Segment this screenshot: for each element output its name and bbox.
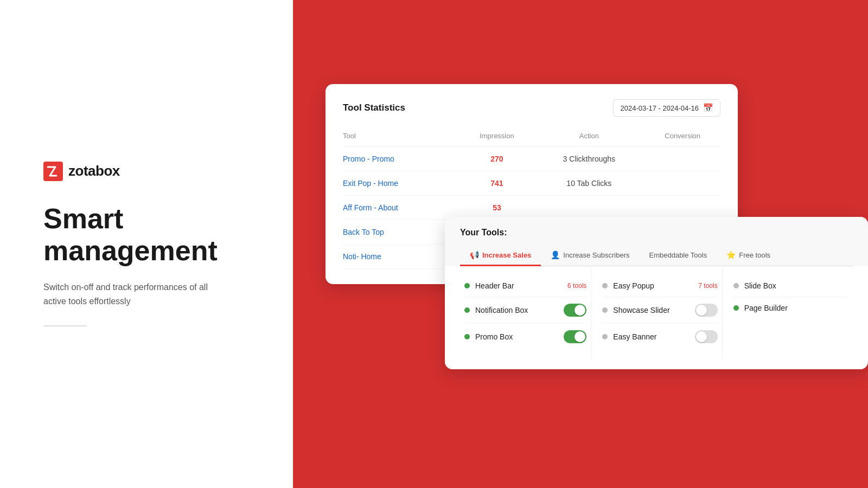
showcase-slider-toggle[interactable] [695,304,718,317]
tool-name: Showcase Slider [613,306,669,314]
tool-row-easy-banner: Easy Banner [602,324,717,350]
logo-area: zotabox [43,162,250,181]
impression-value: 270 [460,147,533,171]
date-range-selector[interactable]: 2024-03-17 - 2024-04-16 📅 [613,99,720,117]
tab-label: Embeddable Tools [649,251,707,259]
tools-card-header: Your Tools: 📢 Increase Sales 👤 Increase … [445,217,868,266]
tool-row-easy-popup: Easy Popup 7 tools [602,275,717,297]
tool-row-page-builder: Page Builder [733,297,848,319]
impression-value: 741 [460,171,533,196]
col-action: Action [533,127,644,147]
tool-name: Easy Popup [613,281,654,290]
user-icon: 👤 [551,251,560,259]
tool-row-promo-box: Promo Box [464,324,586,350]
divider [43,325,87,326]
tool-name: Promo Box [475,332,513,341]
logo-text: zotabox [68,163,120,179]
col-tool: Tool [343,127,460,147]
megaphone-icon: 📢 [470,251,479,259]
tab-label: Free tools [739,251,770,259]
tab-increase-sales[interactable]: 📢 Increase Sales [460,245,541,266]
action-value: 3 Clickthroughs [533,147,644,171]
tool-row-showcase-slider: Showcase Slider [602,297,717,324]
tool-row-header-bar: Header Bar 6 tools [464,275,586,297]
tool-link[interactable]: Exit Pop - Home [343,179,398,188]
tab-label: Increase Sales [482,251,531,259]
tools-tabs: 📢 Increase Sales 👤 Increase Subscribers … [460,245,853,266]
status-dot [602,283,608,288]
tools-column-2: Easy Popup 7 tools Showcase Slider Easy … [591,266,722,358]
status-dot [733,305,739,311]
tools-column-3: Slide Box Page Builder [722,266,853,358]
conversion-value [644,171,720,196]
status-dot [602,334,608,339]
status-dot [602,307,608,313]
zotabox-logo-icon [43,162,63,181]
tab-label: Increase Subscribers [563,251,629,259]
headline: Smart management [43,203,250,268]
tool-name: Notification Box [475,306,528,314]
tool-row-notification-box: Notification Box [464,297,586,324]
tool-name: Header Bar [475,281,514,290]
conversion-value [644,196,720,220]
date-range-value: 2024-03-17 - 2024-04-16 [620,104,699,112]
stats-card-title: Tool Statistics [343,102,405,113]
notification-box-toggle[interactable] [564,304,586,317]
right-panel: Tool Statistics 2024-03-17 - 2024-04-16 … [293,0,868,488]
tab-embeddable-tools[interactable]: Embeddable Tools [639,245,717,266]
status-dot [464,334,470,339]
action-value [533,196,644,220]
promo-box-toggle[interactable] [564,330,586,343]
calendar-icon: 📅 [703,103,713,113]
stats-header: Tool Statistics 2024-03-17 - 2024-04-16 … [343,99,720,117]
conversion-value [644,147,720,171]
table-row: Promo - Promo 270 3 Clickthroughs [343,147,720,171]
tools-column-1: Header Bar 6 tools Notification Box Prom… [460,266,591,358]
col-conversion: Conversion [644,127,720,147]
tab-increase-subscribers[interactable]: 👤 Increase Subscribers [541,245,639,266]
status-dot [733,283,739,288]
impression-value: 53 [460,196,533,220]
easy-banner-toggle[interactable] [695,330,718,343]
table-row: Exit Pop - Home 741 10 Tab Clicks [343,171,720,196]
tool-link[interactable]: Aff Form - About [343,203,398,212]
tools-card: Your Tools: 📢 Increase Sales 👤 Increase … [445,217,868,369]
tool-badge: 6 tools [567,282,586,290]
col-impression: Impression [460,127,533,147]
left-panel: zotabox Smart management Switch on-off a… [0,0,293,488]
status-dot [464,283,470,288]
tool-badge: 7 tools [698,282,717,290]
status-dot [464,307,470,313]
tool-link[interactable]: Back To Top [343,228,384,236]
tool-link[interactable]: Promo - Promo [343,155,394,163]
tab-free-tools[interactable]: ⭐ Free tools [717,245,780,266]
star-icon: ⭐ [726,251,736,259]
subtext: Switch on-off and track performances of … [43,280,228,308]
tools-content: Header Bar 6 tools Notification Box Prom… [445,266,868,369]
tool-name: Slide Box [744,281,776,290]
table-row: Aff Form - About 53 [343,196,720,220]
tool-link[interactable]: Noti- Home [343,252,381,261]
tool-name: Easy Banner [613,332,656,341]
tool-row-slide-box: Slide Box [733,275,848,297]
tool-name: Page Builder [744,304,788,312]
action-value: 10 Tab Clicks [533,171,644,196]
tools-card-title: Your Tools: [460,228,853,237]
